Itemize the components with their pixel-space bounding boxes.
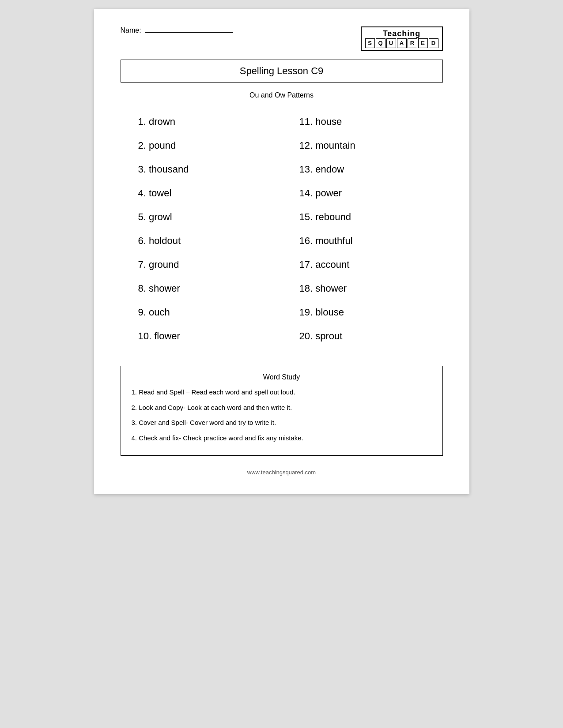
list-item: 9. ouch: [121, 300, 282, 324]
subtitle: Ou and Ow Patterns: [121, 91, 443, 99]
word-columns: 1. drown2. pound3. thousand4. towel5. gr…: [121, 110, 443, 348]
list-item: 12. mountain: [282, 134, 443, 158]
list-item: 4. towel: [121, 181, 282, 205]
title-box: Spelling Lesson C9: [121, 60, 443, 83]
logo-top: Teaching: [365, 29, 438, 38]
list-item: 13. endow: [282, 158, 443, 181]
logo-letter-a: A: [397, 38, 407, 48]
list-item: 11. house: [282, 110, 443, 134]
word-study-item: 1. Read and Spell – Read each word and s…: [132, 387, 432, 398]
page-title: Spelling Lesson C9: [240, 65, 324, 76]
logo-letter-d: D: [429, 38, 438, 48]
list-item: 20. sprout: [282, 324, 443, 348]
list-item: 6. holdout: [121, 229, 282, 253]
name-underline: [145, 32, 233, 33]
word-study-item: 2. Look and Copy- Look at each word and …: [132, 403, 432, 413]
left-word-column: 1. drown2. pound3. thousand4. towel5. gr…: [121, 110, 282, 348]
list-item: 17. account: [282, 253, 443, 277]
list-item: 15. rebound: [282, 205, 443, 229]
list-item: 2. pound: [121, 134, 282, 158]
list-item: 10. flower: [121, 324, 282, 348]
list-item: 3. thousand: [121, 158, 282, 181]
list-item: 16. mouthful: [282, 229, 443, 253]
logo-bottom: S Q U A R E D: [365, 38, 438, 48]
logo-letter-u: U: [386, 38, 396, 48]
list-item: 14. power: [282, 181, 443, 205]
name-field: Name:: [121, 26, 234, 34]
header-row: Name: Teaching S Q U A R E D: [121, 26, 443, 51]
logo-letter-q: Q: [376, 38, 385, 48]
word-study-item: 3. Cover and Spell- Cover word and try t…: [132, 418, 432, 428]
list-item: 5. growl: [121, 205, 282, 229]
footer: www.teachingsquared.com: [121, 469, 443, 476]
logo-letter-e: E: [418, 38, 428, 48]
right-word-column: 11. house12. mountain13. endow14. power1…: [282, 110, 443, 348]
logo-letter-s: S: [365, 38, 375, 48]
word-study-items: 1. Read and Spell – Read each word and s…: [132, 387, 432, 443]
page: Name: Teaching S Q U A R E D Spelling Le…: [94, 9, 469, 494]
word-study-title: Word Study: [132, 373, 432, 381]
logo-letter-r: R: [408, 38, 417, 48]
list-item: 18. shower: [282, 277, 443, 300]
word-study-item: 4. Check and fix- Check practice word an…: [132, 433, 432, 443]
list-item: 7. ground: [121, 253, 282, 277]
list-item: 1. drown: [121, 110, 282, 134]
word-study-box: Word Study 1. Read and Spell – Read each…: [121, 366, 443, 456]
list-item: 19. blouse: [282, 300, 443, 324]
name-label: Name:: [121, 26, 141, 34]
list-item: 8. shower: [121, 277, 282, 300]
logo-box: Teaching S Q U A R E D: [361, 26, 443, 51]
